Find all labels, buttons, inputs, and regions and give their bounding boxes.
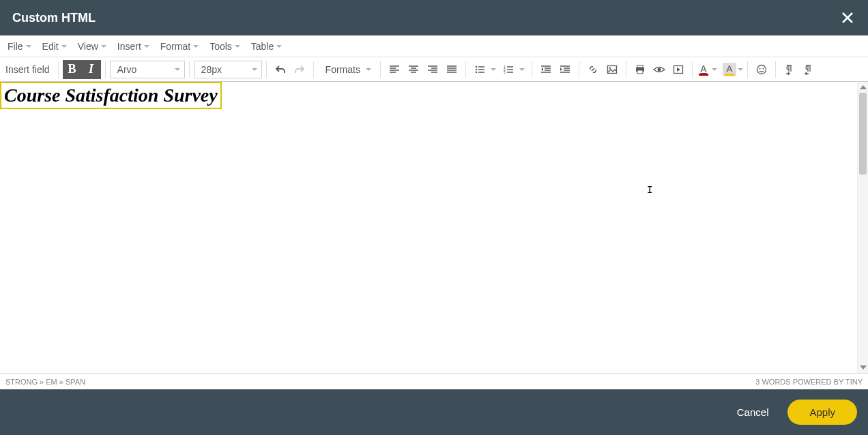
italic-button[interactable]: I	[82, 60, 101, 79]
scroll-down-button[interactable]	[858, 362, 868, 373]
align-left-icon	[389, 64, 400, 75]
close-icon	[841, 12, 854, 24]
chevron-down-icon	[738, 68, 743, 71]
modal-title: Custom HTML	[12, 11, 96, 25]
chevron-down-icon	[519, 68, 525, 71]
image-button[interactable]	[603, 60, 622, 79]
close-button[interactable]	[839, 10, 856, 26]
font-size-select[interactable]: 28px	[194, 61, 262, 78]
outdent-icon	[540, 64, 551, 75]
menu-edit[interactable]: Edit	[37, 35, 72, 57]
align-left-button[interactable]	[385, 60, 404, 79]
outdent-button[interactable]	[536, 60, 555, 79]
redo-icon	[294, 64, 305, 75]
apply-button[interactable]: Apply	[787, 400, 857, 425]
indent-icon	[560, 64, 570, 75]
chevron-down-icon	[235, 45, 240, 48]
chevron-down-icon	[252, 68, 257, 71]
media-icon	[673, 64, 684, 75]
menubar: File Edit View Insert Format Tools Table	[0, 35, 868, 57]
link-button[interactable]	[583, 60, 603, 79]
toolbar: Insert field B I Arvo 28px Formats 123 A	[0, 57, 868, 82]
chevron-down-icon	[193, 45, 199, 48]
align-right-icon	[427, 64, 438, 75]
chevron-down-icon	[144, 45, 149, 48]
link-icon	[588, 64, 598, 75]
menu-tools[interactable]: Tools	[204, 35, 246, 57]
scroll-thumb[interactable]	[859, 93, 867, 175]
vertical-scrollbar[interactable]	[857, 82, 868, 373]
chevron-down-icon	[61, 45, 67, 48]
statusbar: STRONG » EM » SPAN 3 WORDS POWERED BY TI…	[0, 373, 868, 389]
undo-icon	[275, 64, 286, 75]
bold-button[interactable]: B	[63, 60, 82, 79]
svg-point-0	[476, 65, 478, 68]
svg-point-2	[476, 71, 478, 73]
editor-wrap: Course Satisfaction Survey I	[0, 82, 868, 373]
preview-button[interactable]	[650, 60, 669, 79]
scroll-track[interactable]	[858, 93, 868, 362]
bullet-list-icon	[474, 64, 485, 75]
menu-table[interactable]: Table	[246, 35, 287, 57]
align-right-button[interactable]	[423, 60, 442, 79]
menu-view[interactable]: View	[72, 35, 112, 57]
numbered-list-button[interactable]: 123	[499, 60, 527, 79]
editor-content-selection[interactable]: Course Satisfaction Survey	[1, 83, 220, 108]
svg-point-11	[657, 68, 661, 71]
scroll-up-button[interactable]	[858, 82, 868, 93]
svg-point-13	[757, 65, 766, 74]
editor-area[interactable]: Course Satisfaction Survey I	[0, 82, 857, 373]
statusbar-right: 3 WORDS POWERED BY TINY	[755, 378, 863, 386]
chevron-down-icon	[175, 68, 180, 71]
numbered-list-icon: 123	[503, 64, 514, 75]
text-color-button[interactable]: A	[697, 63, 717, 76]
align-center-icon	[408, 64, 419, 75]
editor-text[interactable]: Course Satisfaction Survey	[4, 85, 218, 106]
cancel-button[interactable]: Cancel	[725, 401, 781, 423]
indent-button[interactable]	[555, 60, 575, 79]
svg-text:3: 3	[504, 70, 506, 74]
rtl-button[interactable]	[799, 60, 818, 79]
svg-point-15	[762, 68, 764, 69]
align-center-button[interactable]	[404, 60, 423, 79]
menu-format[interactable]: Format	[155, 35, 204, 57]
chevron-down-icon	[491, 68, 496, 71]
insert-field-button[interactable]: Insert field	[3, 64, 54, 75]
print-icon	[635, 64, 646, 75]
svg-point-14	[759, 68, 760, 69]
svg-rect-10	[637, 70, 643, 74]
svg-point-7	[609, 67, 611, 68]
svg-point-1	[476, 68, 478, 70]
emoji-icon	[756, 64, 767, 75]
chevron-down-icon	[26, 45, 31, 48]
chevron-down-icon	[276, 45, 282, 48]
bg-color-button[interactable]: A	[723, 63, 743, 76]
menu-file[interactable]: File	[2, 35, 37, 57]
chevron-down-icon	[101, 45, 106, 48]
undo-button[interactable]	[271, 60, 290, 79]
print-button[interactable]	[631, 60, 650, 79]
modal-header: Custom HTML	[0, 0, 868, 35]
ltr-button[interactable]	[780, 60, 799, 79]
footer: Cancel Apply	[0, 389, 868, 435]
rtl-icon	[803, 64, 814, 75]
chevron-down-icon	[712, 68, 717, 71]
element-path[interactable]: STRONG » EM » SPAN	[5, 378, 85, 386]
chevron-down-icon	[366, 68, 371, 71]
align-justify-icon	[446, 64, 457, 75]
media-button[interactable]	[669, 60, 688, 79]
eye-icon	[653, 64, 665, 75]
redo-button[interactable]	[290, 60, 309, 79]
svg-rect-8	[637, 65, 643, 68]
text-cursor: I	[647, 184, 648, 196]
formats-dropdown[interactable]: Formats	[318, 61, 376, 78]
image-icon	[607, 64, 618, 75]
align-justify-button[interactable]	[442, 60, 461, 79]
menu-insert[interactable]: Insert	[112, 35, 155, 57]
emoji-button[interactable]	[752, 60, 771, 79]
bullet-list-button[interactable]	[470, 60, 499, 79]
ltr-icon	[784, 64, 795, 75]
font-family-select[interactable]: Arvo	[110, 61, 185, 78]
